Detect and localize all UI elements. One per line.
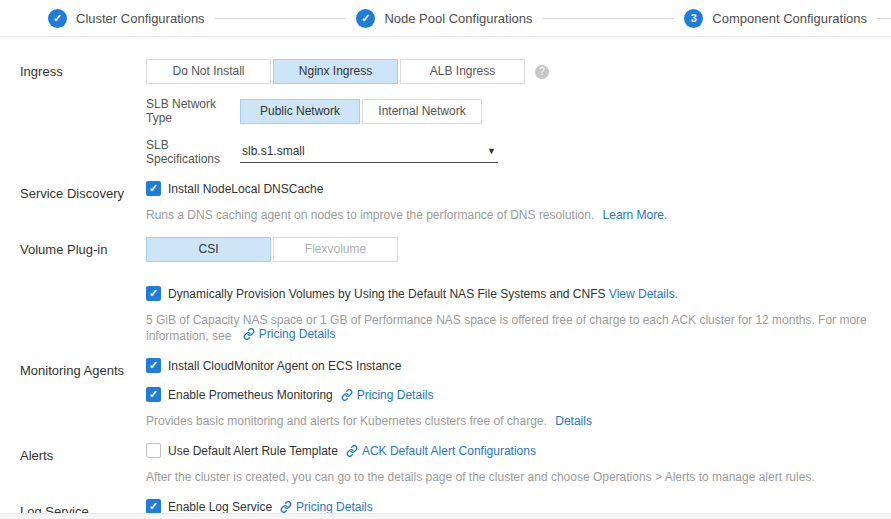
monitoring-description: Provides basic monitoring and alerts for… (146, 414, 891, 428)
enable-prometheus-label: Enable Prometheus Monitoring (168, 388, 333, 402)
link-icon (346, 445, 358, 457)
monitoring-agents-label: Monitoring Agents (20, 358, 146, 428)
ingress-option-nginx-ingress[interactable]: Nginx Ingress (273, 59, 398, 84)
slb-network-internal-button[interactable]: Internal Network (362, 99, 482, 124)
install-nodelocal-dnscache-label: Install NodeLocal DNSCache (168, 182, 323, 196)
section-volume-plugin: Volume Plug-in CSI Flexvolume ✓ Dynamica… (20, 237, 891, 343)
help-icon[interactable]: ? (535, 65, 549, 79)
step-complete-icon: ✓ (48, 9, 67, 28)
link-icon (341, 389, 353, 401)
volume-plugin-csi-button[interactable]: CSI (146, 237, 271, 262)
step-number-icon: 3 (684, 9, 703, 28)
step-label: Component Configurations (712, 11, 867, 26)
step-component-configurations[interactable]: 3 Component Configurations (684, 9, 867, 28)
section-service-discovery: Service Discovery ✓ Install NodeLocal DN… (20, 181, 891, 222)
default-alert-rule-checkbox[interactable] (146, 443, 161, 458)
component-configurations-form: Ingress Do Not Install Nginx Ingress ALB… (0, 37, 891, 519)
install-cloudmonitor-label: Install CloudMonitor Agent on ECS Instan… (168, 359, 401, 373)
chevron-down-icon: ▼ (487, 146, 496, 156)
volume-plugin-description: 5 GiB of Capacity NAS space or 1 GB of P… (146, 313, 891, 343)
pricing-details-link[interactable]: Pricing Details (243, 327, 336, 341)
install-cloudmonitor-checkbox[interactable]: ✓ (146, 358, 161, 373)
service-discovery-label: Service Discovery (20, 181, 146, 222)
alerts-description: After the cluster is created, you can go… (146, 470, 891, 484)
enable-log-service-checkbox[interactable]: ✓ (146, 499, 161, 514)
step-node-pool-configurations[interactable]: ✓ Node Pool Configurations (356, 9, 532, 28)
learn-more-link[interactable]: Learn More. (603, 208, 668, 222)
section-monitoring-agents: Monitoring Agents ✓ Install CloudMonitor… (20, 358, 891, 428)
enable-prometheus-checkbox[interactable]: ✓ (146, 387, 161, 402)
ingress-label: Ingress (20, 59, 146, 166)
slb-network-public-button[interactable]: Public Network (240, 99, 360, 124)
slb-specifications-label: SLB Specifications (146, 138, 240, 166)
install-nodelocal-dnscache-checkbox[interactable]: ✓ (146, 181, 161, 196)
details-link[interactable]: Details (555, 414, 592, 428)
ingress-option-alb-ingress[interactable]: ALB Ingress (400, 59, 525, 84)
wizard-stepper: ✓ Cluster Configurations ✓ Node Pool Con… (0, 0, 891, 37)
pricing-details-link[interactable]: Pricing Details (280, 500, 373, 514)
step-cluster-configurations[interactable]: ✓ Cluster Configurations (48, 9, 205, 28)
default-alert-rule-label: Use Default Alert Rule Template (168, 444, 338, 458)
pricing-details-link[interactable]: Pricing Details (341, 388, 434, 402)
footer-divider (0, 513, 891, 519)
ack-default-alert-configurations-link[interactable]: ACK Default Alert Configurations (346, 444, 536, 458)
slb-specifications-value: slb.s1.small (242, 144, 305, 158)
link-icon (243, 328, 255, 340)
enable-log-service-label: Enable Log Service (168, 500, 272, 514)
dynamically-provision-volumes-label: Dynamically Provision Volumes by Using t… (168, 287, 678, 301)
dynamically-provision-volumes-checkbox[interactable]: ✓ (146, 286, 161, 301)
ingress-option-do-not-install[interactable]: Do Not Install (146, 59, 271, 84)
stepper-connector (215, 18, 347, 19)
slb-network-type-label: SLB Network Type (146, 97, 240, 125)
alerts-label: Alerts (20, 443, 146, 484)
step-label: Cluster Configurations (76, 11, 205, 26)
volume-plugin-flexvolume-button[interactable]: Flexvolume (273, 237, 398, 262)
stepper-connector (543, 18, 675, 19)
step-complete-icon: ✓ (356, 9, 375, 28)
service-discovery-description: Runs a DNS caching agent on nodes to imp… (146, 208, 891, 222)
stepper-connector (877, 18, 891, 19)
volume-plugin-label: Volume Plug-in (20, 237, 146, 343)
step-label: Node Pool Configurations (384, 11, 532, 26)
section-ingress: Ingress Do Not Install Nginx Ingress ALB… (20, 59, 891, 166)
link-icon (280, 501, 292, 513)
slb-specifications-select[interactable]: slb.s1.small ▼ (240, 141, 498, 163)
section-alerts: Alerts Use Default Alert Rule Template A… (20, 443, 891, 484)
view-details-link[interactable]: View Details. (609, 287, 678, 301)
